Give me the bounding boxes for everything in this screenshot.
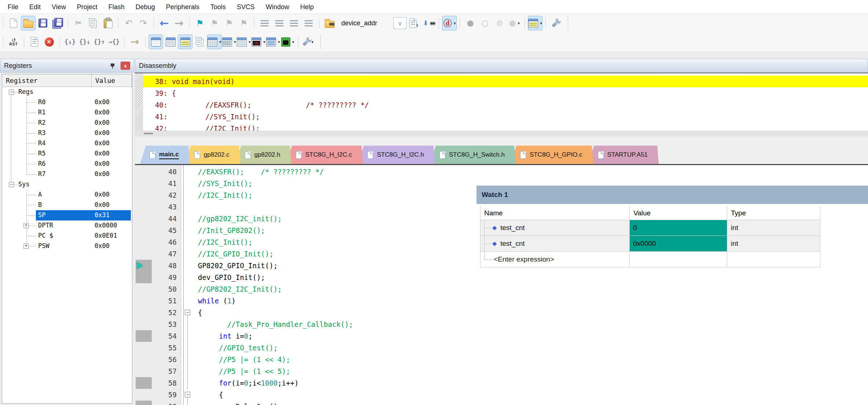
command-window-icon[interactable]: [148, 34, 163, 49]
disassembly-line[interactable]: 39: {: [143, 87, 868, 99]
tab-stc8g-h-i2c-c[interactable]: STC8G_H_I2C.c: [286, 146, 363, 164]
save-icon[interactable]: [36, 16, 50, 30]
call-stack-window-icon[interactable]: [192, 34, 207, 49]
run-to-cursor-icon[interactable]: →{}: [107, 34, 121, 49]
watch-window-icon[interactable]: ▾: [207, 34, 222, 49]
register-row-dptr[interactable]: +DPTR0x0000: [2, 220, 132, 231]
incremental-find-icon[interactable]: ⬇◉◉: [421, 16, 436, 30]
code-text[interactable]: dev_GPIO_Init();: [198, 271, 265, 283]
show-next-statement-icon[interactable]: [27, 34, 42, 49]
tree-expand-icon[interactable]: +: [23, 244, 29, 249]
close-icon[interactable]: x: [121, 62, 130, 70]
serial-window-icon[interactable]: ▾: [236, 34, 251, 49]
register-row-r1[interactable]: R10x00: [2, 107, 132, 118]
register-row-r0[interactable]: R00x00: [2, 97, 132, 107]
code-text[interactable]: //I2C_Init();: [198, 189, 253, 201]
register-row-r6[interactable]: R60x00: [2, 159, 132, 169]
register-row-r5[interactable]: R50x00: [2, 149, 132, 159]
fold-collapse-icon[interactable]: −: [185, 392, 190, 397]
watch-row-2[interactable]: ◆test_cnt0x0000int: [481, 236, 820, 252]
disassembly-line[interactable]: 40: //EAXSFR(); /* ????????? */: [143, 99, 868, 111]
menu-tools[interactable]: Tools: [205, 0, 231, 14]
stop-debug-icon[interactable]: ×: [42, 34, 56, 49]
tab-stc8g-h-i2c-h[interactable]: STC8G_H_I2C.h: [358, 146, 435, 164]
menu-file[interactable]: File: [2, 0, 24, 14]
toolbar-grip[interactable]: [2, 36, 5, 48]
code-text[interactable]: for(i=0;i<1000;i++): [198, 377, 299, 389]
watch-value-cell[interactable]: 0x0000: [630, 236, 727, 252]
toolbar-grip[interactable]: [2, 17, 5, 29]
menu-edit[interactable]: Edit: [24, 0, 46, 14]
code-text[interactable]: //I2C_Init();: [198, 236, 253, 248]
watch-column-value[interactable]: Value: [630, 206, 727, 220]
redo-icon[interactable]: ↷: [136, 16, 151, 30]
window-layout-icon[interactable]: ▾: [528, 16, 542, 30]
code-text[interactable]: Delay1ms();: [198, 401, 282, 405]
find-in-files-icon[interactable]: [322, 16, 337, 30]
watch-row-3[interactable]: <Enter expression>: [481, 252, 820, 267]
code-text[interactable]: while (1): [198, 295, 236, 307]
outdent-icon[interactable]: [272, 16, 287, 30]
cut-icon[interactable]: ✂: [71, 16, 86, 30]
code-text[interactable]: //GPIO_test();: [198, 342, 277, 354]
menu-peripherals[interactable]: Peripherals: [161, 0, 205, 14]
navigate-forward-icon[interactable]: →: [172, 16, 186, 30]
toggle-breakpoint-icon[interactable]: ●: [463, 16, 478, 30]
menu-window[interactable]: Window: [260, 0, 295, 14]
next-bookmark-icon[interactable]: ⚑: [222, 16, 236, 30]
register-row-psw[interactable]: +PSW0x00: [2, 241, 132, 251]
code-text[interactable]: {: [198, 307, 202, 318]
watch-type-cell[interactable]: [727, 252, 820, 267]
code-text[interactable]: //GP8202_I2C_Init();: [198, 283, 282, 295]
register-row-b[interactable]: B0x00: [2, 200, 132, 210]
tab-gp8202-c[interactable]: gp8202.c: [185, 146, 240, 164]
code-text[interactable]: //P5 |= (1 << 4);: [198, 354, 290, 365]
tab-stc8g-h-switch-h[interactable]: STC8G_H_Switch.h: [430, 146, 516, 164]
menu-help[interactable]: Help: [295, 0, 319, 14]
step-over-icon[interactable]: {}↓: [77, 34, 92, 49]
code-text[interactable]: GP8202_GPIO_Init();: [198, 260, 277, 271]
step-into-icon[interactable]: {↓}: [63, 34, 77, 49]
watch-type-cell[interactable]: int: [727, 220, 820, 236]
fold-collapse-icon[interactable]: −: [185, 310, 190, 315]
code-text[interactable]: //SYS_Init();: [198, 178, 253, 189]
horizontal-splitter[interactable]: [135, 131, 868, 136]
code-text[interactable]: //Init_GP8202();: [198, 225, 265, 236]
reset-button[interactable]: ↺RST: [6, 34, 21, 49]
disassembly-title-bar[interactable]: Disassembly: [135, 59, 868, 73]
configure-icon[interactable]: [549, 16, 563, 30]
enable-breakpoint-icon[interactable]: ○: [478, 16, 492, 30]
register-row-r3[interactable]: R30x00: [2, 128, 132, 138]
disassembly-line[interactable]: 42: //I2C_Init();: [143, 123, 868, 131]
watch-type-cell[interactable]: int: [727, 236, 820, 252]
navigate-back-icon[interactable]: ←: [157, 16, 172, 30]
disassembly-line[interactable]: 38: void main(void): [143, 76, 868, 87]
combo-dropdown-icon[interactable]: ∨: [393, 17, 407, 29]
watch-column-type[interactable]: Type: [727, 206, 820, 220]
run-icon[interactable]: →: [128, 34, 142, 49]
tree-collapse-icon[interactable]: −: [9, 182, 14, 187]
copy-icon[interactable]: [86, 16, 100, 30]
tab-main-c[interactable]: main.c: [140, 146, 190, 164]
debug-settings-icon[interactable]: ▾: [301, 34, 316, 49]
tree-expand-icon[interactable]: +: [23, 223, 29, 228]
register-column-header[interactable]: Register: [2, 74, 92, 87]
value-column-header[interactable]: Value: [92, 74, 132, 87]
watch-name-cell[interactable]: ◆test_cnt: [481, 236, 630, 252]
code-text[interactable]: int i=0;: [198, 330, 253, 342]
memory-window-icon[interactable]: ▾: [222, 34, 236, 49]
code-text[interactable]: //P5 |= (1 << 5);: [198, 365, 290, 377]
disassembly-line[interactable]: 41: //SYS_Init();: [143, 111, 868, 123]
comment-icon[interactable]: [287, 16, 301, 30]
menu-view[interactable]: View: [46, 0, 71, 14]
register-row-r4[interactable]: R40x00: [2, 138, 132, 149]
watch-row-1[interactable]: ◆test_cnt0int: [481, 220, 820, 236]
find-text-icon[interactable]: d▾: [442, 16, 457, 30]
paste-icon[interactable]: [100, 16, 115, 30]
menu-debug[interactable]: Debug: [130, 0, 161, 14]
disable-breakpoints-icon[interactable]: ⊘: [492, 16, 507, 30]
watch-value-cell[interactable]: [630, 252, 727, 267]
save-all-icon[interactable]: [50, 16, 65, 30]
code-text[interactable]: //gp8202_I2C_init();: [198, 213, 282, 225]
uncomment-icon[interactable]: [301, 16, 316, 30]
